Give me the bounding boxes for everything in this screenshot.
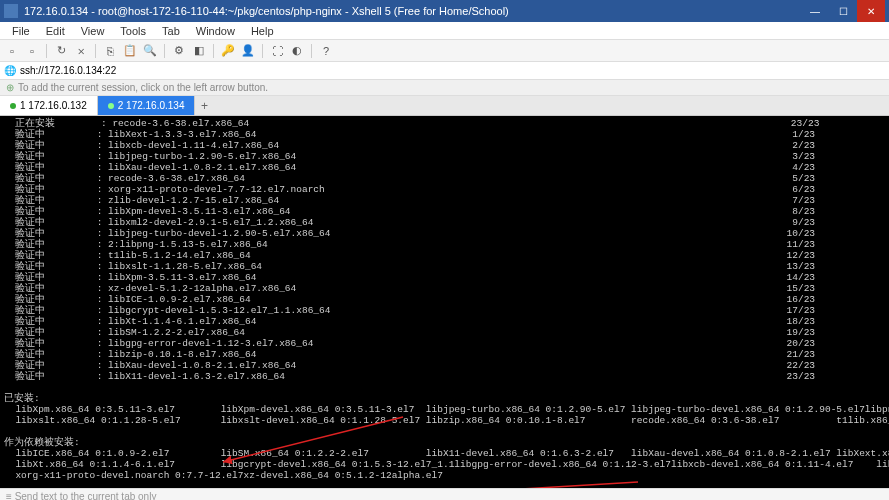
svg-line-1	[438, 482, 638, 488]
new-session-icon[interactable]: ▫	[4, 43, 20, 59]
add-session-icon[interactable]: ⊕	[6, 82, 14, 93]
tab-1[interactable]: 2 172.16.0.134	[98, 96, 196, 115]
reconnect-icon[interactable]: ↻	[53, 43, 69, 59]
session-hint: To add the current session, click on the…	[18, 82, 268, 93]
sendbar[interactable]: ≡ Send text to the current tab only	[0, 488, 889, 500]
tab-label: 1 172.16.0.132	[20, 100, 87, 111]
find-icon[interactable]: 🔍	[142, 43, 158, 59]
address-text[interactable]: ssh://172.16.0.134:22	[20, 65, 116, 76]
app-icon	[4, 4, 18, 18]
minimize-button[interactable]: —	[801, 0, 829, 22]
menu-window[interactable]: Window	[188, 25, 243, 37]
window-controls: — ☐ ✕	[801, 0, 885, 22]
toolbar: ▫ ▫ ↻ ⨉ ⎘ 📋 🔍 ⚙ ◧ 🔑 👤 ⛶ ◐ ?	[0, 40, 889, 62]
annotation-arrow-2	[405, 471, 648, 488]
menu-tab[interactable]: Tab	[154, 25, 188, 37]
maximize-button[interactable]: ☐	[829, 0, 857, 22]
menubar: FileEditViewToolsTabWindowHelp	[0, 22, 889, 40]
menu-file[interactable]: File	[4, 25, 38, 37]
sessionbar: ⊕ To add the current session, click on t…	[0, 80, 889, 96]
tab-0[interactable]: 1 172.16.0.132	[0, 96, 98, 115]
tabstrip: 1 172.16.0.1322 172.16.0.134+	[0, 96, 889, 116]
key-icon[interactable]: 🔑	[220, 43, 236, 59]
sendbar-icon: ≡	[6, 491, 12, 500]
color-icon[interactable]: ◧	[191, 43, 207, 59]
menu-help[interactable]: Help	[243, 25, 282, 37]
fullscreen-icon[interactable]: ⛶	[269, 43, 285, 59]
titlebar: 172.16.0.134 - root@host-172-16-110-44:~…	[0, 0, 889, 22]
sendbar-hint: Send text to the current tab only	[15, 491, 157, 500]
new-tab-button[interactable]: +	[195, 96, 213, 115]
disconnect-icon[interactable]: ⨉	[73, 43, 89, 59]
svg-line-0	[223, 417, 403, 462]
close-button[interactable]: ✕	[857, 0, 885, 22]
addressbar: 🌐 ssh://172.16.0.134:22	[0, 62, 889, 80]
open-icon[interactable]: ▫	[24, 43, 40, 59]
users-icon[interactable]: 👤	[240, 43, 256, 59]
annotation-arrow-1	[190, 406, 413, 481]
status-dot-icon	[108, 103, 114, 109]
globe-icon: 🌐	[4, 65, 16, 76]
help-icon[interactable]: ?	[318, 43, 334, 59]
menu-view[interactable]: View	[73, 25, 113, 37]
terminal[interactable]: 正在安装 : recode-3.6-38.el7.x86_64 23/23 验证…	[0, 116, 889, 488]
menu-edit[interactable]: Edit	[38, 25, 73, 37]
menu-tools[interactable]: Tools	[112, 25, 154, 37]
tab-label: 2 172.16.0.134	[118, 100, 185, 111]
window-title: 172.16.0.134 - root@host-172-16-110-44:~…	[24, 5, 801, 17]
properties-icon[interactable]: ⚙	[171, 43, 187, 59]
transparent-icon[interactable]: ◐	[289, 43, 305, 59]
paste-icon[interactable]: 📋	[122, 43, 138, 59]
status-dot-icon	[10, 103, 16, 109]
copy-icon[interactable]: ⎘	[102, 43, 118, 59]
